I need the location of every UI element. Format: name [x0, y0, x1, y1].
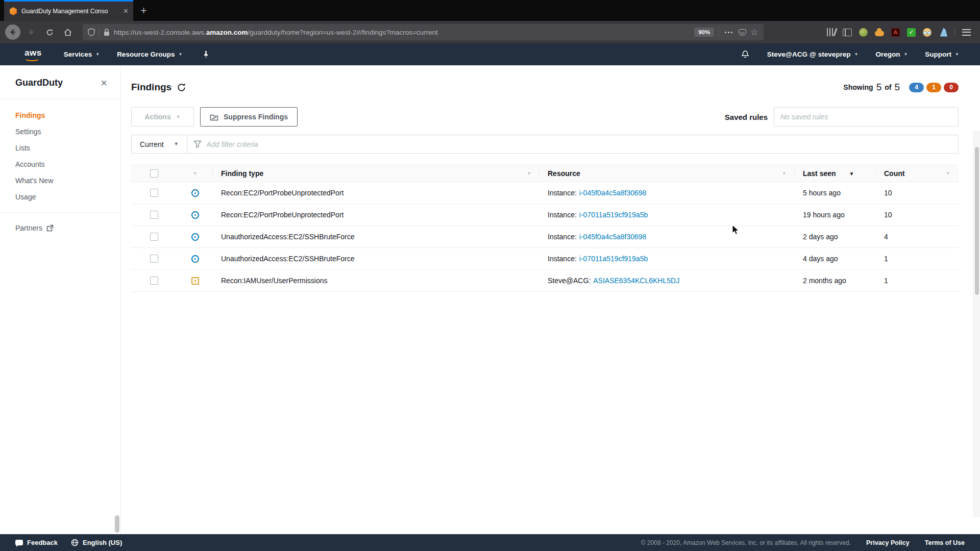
table-row[interactable]: Recon:EC2/PortProbeUnprotectedPort Insta…: [131, 182, 959, 204]
aws-navbar-right: Steve@ACG @ steveprep ▼ Oregon ▼ Support…: [741, 50, 980, 59]
sort-descending-icon[interactable]: ▼: [849, 171, 854, 177]
count-badge[interactable]: 4: [909, 83, 924, 92]
extension-pdf-icon[interactable]: A: [891, 28, 900, 37]
sidebar-item-findings[interactable]: Findings: [0, 107, 120, 123]
language-label: English (US): [83, 539, 122, 546]
finding-type-filter-icon[interactable]: ▼: [527, 171, 531, 176]
table-row[interactable]: UnauthorizedAccess:EC2/SSHBruteForce Ins…: [131, 248, 959, 270]
table-row[interactable]: Recon:EC2/PortProbeUnprotectedPort Insta…: [131, 204, 959, 226]
refresh-icon[interactable]: [177, 83, 186, 92]
chevron-down-icon: ▼: [955, 53, 959, 57]
toolbar-extensions: A ✓: [771, 27, 975, 37]
pocket-icon[interactable]: [739, 29, 746, 36]
urlbar-divider-2: [718, 27, 719, 37]
zoom-level-badge[interactable]: 90%: [694, 28, 714, 37]
sidebar-item-partners[interactable]: Partners: [0, 220, 120, 236]
findings-table-body: Recon:EC2/PortProbeUnprotectedPort Insta…: [131, 182, 959, 292]
saved-rules-input[interactable]: [774, 107, 959, 127]
filter-criteria-input[interactable]: [207, 140, 952, 148]
resource-label: Steve@ACG:: [548, 277, 591, 285]
aws-logo[interactable]: aws: [24, 48, 42, 61]
column-header-resource[interactable]: Resource: [548, 169, 580, 178]
row-checkbox[interactable]: [150, 233, 158, 241]
forward-button[interactable]: [23, 24, 39, 40]
extension-fin-icon[interactable]: [939, 28, 947, 37]
finding-type[interactable]: UnauthorizedAccess:EC2/SSHBruteForce: [221, 255, 354, 263]
severity-icon: [191, 233, 199, 241]
row-checkbox[interactable]: [150, 189, 158, 197]
resource-link[interactable]: ASIASE6354KCL6KHL5DJ: [593, 277, 679, 285]
actions-button[interactable]: Actions ▼: [131, 107, 194, 127]
back-button[interactable]: [5, 24, 20, 40]
page-scrollbar-thumb[interactable]: [975, 147, 979, 295]
count-filter-icon[interactable]: ▼: [946, 171, 950, 176]
filter-scope-dropdown[interactable]: Current ▼: [132, 135, 187, 153]
lock-icon: [104, 29, 110, 36]
notifications-button[interactable]: [741, 50, 749, 59]
resource-link[interactable]: i-07011a519cf919a5b: [579, 255, 648, 263]
finding-type[interactable]: UnauthorizedAccess:EC2/SSHBruteForce: [221, 233, 354, 241]
sidebar-toggle-icon[interactable]: [843, 29, 852, 36]
count-badge[interactable]: 0: [944, 83, 959, 92]
reload-button[interactable]: [42, 24, 57, 40]
privacy-policy-link[interactable]: Privacy Policy: [866, 539, 910, 546]
hamburger-menu-icon[interactable]: [962, 29, 971, 36]
suppress-findings-button[interactable]: Suppress Findings: [200, 107, 298, 127]
url-bar[interactable]: https://us-west-2.console.aws.amazon.com…: [83, 24, 764, 40]
table-row[interactable]: Recon:IAMUser/UserPermissions Steve@ACG:…: [131, 270, 959, 292]
resource-groups-label: Resource Groups: [117, 51, 175, 58]
sidebar-item-whats-new[interactable]: What's New: [0, 172, 120, 189]
library-icon[interactable]: [827, 28, 836, 36]
resource-link[interactable]: i-045f0a4c5a8f30698: [579, 189, 647, 197]
browser-tab[interactable]: GuardDuty Management Conso ×: [4, 0, 133, 21]
suppress-icon: [210, 113, 218, 121]
column-header-last-seen[interactable]: Last seen: [803, 169, 836, 178]
table-row[interactable]: UnauthorizedAccess:EC2/SSHBruteForce Ins…: [131, 226, 959, 248]
shield-icon: [88, 28, 95, 36]
account-menu[interactable]: Steve@ACG @ steveprep ▼: [758, 51, 867, 58]
table-header-row: ▼ Finding type ▼ Resource ▼ Last seen ▼ …: [131, 165, 959, 182]
home-button[interactable]: [60, 24, 76, 40]
new-tab-button[interactable]: +: [133, 0, 154, 21]
resource-filter-icon[interactable]: ▼: [782, 171, 787, 176]
sidebar-item-usage[interactable]: Usage: [0, 189, 120, 205]
row-checkbox[interactable]: [150, 277, 158, 285]
finding-type[interactable]: Recon:EC2/PortProbeUnprotectedPort: [221, 189, 344, 197]
row-checkbox[interactable]: [150, 255, 158, 263]
resource-link[interactable]: i-045f0a4c5a8f30698: [579, 233, 647, 241]
sidebar-item-accounts[interactable]: Accounts: [0, 156, 120, 172]
count-badge[interactable]: 1: [926, 83, 941, 92]
extension-cloud-icon[interactable]: [875, 31, 884, 36]
finding-count: 1: [884, 277, 888, 285]
services-menu[interactable]: Services ▼: [55, 43, 108, 65]
pin-shortcut-button[interactable]: [194, 43, 218, 65]
extension-face-icon[interactable]: [923, 28, 932, 37]
chevron-down-icon: ▼: [176, 115, 181, 119]
terms-of-use-link[interactable]: Terms of Use: [925, 539, 965, 546]
resource-groups-menu[interactable]: Resource Groups ▼: [108, 43, 191, 65]
tab-close-icon[interactable]: ×: [124, 7, 128, 15]
select-all-checkbox[interactable]: [150, 169, 158, 178]
sidebar-item-lists[interactable]: Lists: [0, 140, 120, 156]
support-menu[interactable]: Support ▼: [916, 51, 968, 58]
column-header-finding-type[interactable]: Finding type: [221, 169, 263, 178]
bookmark-star-icon[interactable]: ☆: [750, 28, 758, 37]
finding-type[interactable]: Recon:EC2/PortProbeUnprotectedPort: [221, 211, 344, 219]
extension-check-icon[interactable]: ✓: [907, 28, 916, 37]
row-checkbox[interactable]: [150, 211, 158, 219]
page-actions-icon[interactable]: [723, 32, 734, 33]
sidebar-item-settings[interactable]: Settings: [0, 123, 120, 140]
url-domain: amazon.com: [206, 29, 248, 36]
sidebar-close-icon[interactable]: ×: [101, 79, 107, 88]
finding-type[interactable]: Recon:IAMUser/UserPermissions: [221, 277, 328, 285]
region-menu[interactable]: Oregon ▼: [867, 51, 916, 58]
severity-filter-icon[interactable]: ▼: [193, 171, 198, 176]
sidebar-scrollbar-thumb[interactable]: [115, 515, 119, 533]
column-header-count[interactable]: Count: [884, 169, 904, 178]
feedback-button[interactable]: Feedback: [15, 539, 58, 546]
language-selector[interactable]: English (US): [71, 539, 122, 546]
page-scrollbar[interactable]: [973, 131, 980, 517]
resource-link[interactable]: i-07011a519cf919a5b: [579, 211, 648, 219]
severity-icon: [191, 255, 199, 263]
extension-plant-icon[interactable]: [859, 28, 868, 37]
